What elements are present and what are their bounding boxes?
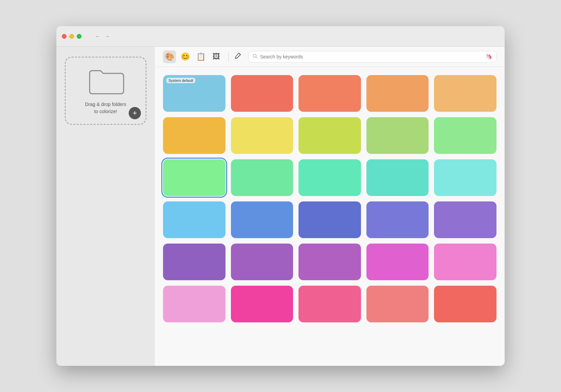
color-swatch-light-green[interactable] bbox=[366, 117, 429, 154]
color-swatch-coral-red[interactable] bbox=[231, 75, 293, 112]
color-swatch-bright-green[interactable] bbox=[163, 159, 225, 196]
color-swatch-light-pink[interactable] bbox=[434, 244, 496, 280]
color-swatch-yellow[interactable] bbox=[231, 117, 293, 154]
color-swatch-dark-violet[interactable] bbox=[163, 244, 225, 280]
search-bar[interactable]: 🦄 bbox=[248, 51, 496, 63]
image-tab[interactable]: 🖼 bbox=[210, 50, 223, 63]
color-swatch-hot-magenta[interactable] bbox=[231, 286, 293, 322]
right-panel: 🎨 😊 📋 🖼 bbox=[155, 47, 505, 366]
color-swatch-yellow-green[interactable] bbox=[298, 117, 361, 154]
color-swatch-peach[interactable] bbox=[434, 75, 496, 112]
copy-tab[interactable]: 📋 bbox=[194, 50, 207, 63]
toolbar: 🎨 😊 📋 🖼 bbox=[155, 47, 505, 67]
main-content: Drag & drop folders to colorize! + 🎨 😊 📋… bbox=[56, 47, 505, 366]
color-swatch-medium-purple[interactable] bbox=[434, 201, 496, 238]
color-swatch-system-default[interactable]: System default bbox=[163, 75, 225, 112]
toolbar-divider bbox=[228, 52, 229, 61]
drop-text: Drag & drop folders to colorize! bbox=[85, 101, 126, 115]
color-grid-container: System default bbox=[155, 67, 505, 366]
close-button[interactable] bbox=[62, 34, 67, 39]
color-swatch-pink-lavender[interactable] bbox=[163, 286, 225, 322]
color-swatch-hot-pink[interactable] bbox=[366, 244, 429, 280]
color-swatch-salmon-pink[interactable] bbox=[366, 286, 429, 322]
forward-arrow[interactable]: → bbox=[105, 33, 110, 39]
minimize-button[interactable] bbox=[69, 34, 74, 39]
color-swatch-salmon[interactable] bbox=[298, 75, 361, 112]
drop-zone[interactable]: Drag & drop folders to colorize! + bbox=[65, 57, 146, 125]
color-swatch-orange-light[interactable] bbox=[366, 75, 429, 112]
system-default-label: System default bbox=[166, 78, 195, 83]
nav-arrows: ← → bbox=[95, 33, 110, 39]
main-window: ← → Drag & drop folders to colorize! + 🎨… bbox=[56, 26, 505, 366]
color-grid: System default bbox=[163, 75, 496, 322]
color-swatch-plum[interactable] bbox=[298, 244, 361, 280]
color-swatch-amber[interactable] bbox=[163, 117, 225, 154]
traffic-lights bbox=[62, 34, 82, 39]
emoji-tab[interactable]: 😊 bbox=[179, 50, 192, 63]
eyedropper-icon[interactable] bbox=[234, 52, 241, 61]
color-swatch-medium-blue[interactable] bbox=[298, 201, 361, 238]
color-swatch-sky-blue[interactable] bbox=[163, 201, 225, 238]
color-swatch-light-cyan[interactable] bbox=[434, 159, 496, 196]
folder-icon-large bbox=[87, 67, 124, 95]
color-swatch-aquamarine[interactable] bbox=[298, 159, 361, 196]
title-bar: ← → bbox=[56, 26, 505, 47]
color-swatch-medium-orchid[interactable] bbox=[231, 244, 293, 280]
color-swatch-slate-blue[interactable] bbox=[366, 201, 429, 238]
svg-line-1 bbox=[256, 57, 257, 58]
palette-tab[interactable]: 🎨 bbox=[163, 50, 176, 63]
search-input[interactable] bbox=[260, 54, 483, 59]
color-swatch-deep-pink[interactable] bbox=[298, 286, 361, 322]
maximize-button[interactable] bbox=[77, 34, 82, 39]
color-swatch-turquoise[interactable] bbox=[366, 159, 429, 196]
back-arrow[interactable]: ← bbox=[95, 33, 101, 39]
color-swatch-cornflower[interactable] bbox=[231, 201, 293, 238]
color-swatch-tomato[interactable] bbox=[434, 286, 496, 322]
color-swatch-light-mint[interactable] bbox=[231, 159, 293, 196]
add-button[interactable]: + bbox=[129, 107, 141, 119]
sidebar: Drag & drop folders to colorize! + bbox=[56, 47, 155, 366]
color-swatch-mint-green[interactable] bbox=[434, 117, 496, 154]
unicorn-icon: 🦄 bbox=[485, 53, 492, 60]
search-icon bbox=[253, 54, 257, 59]
